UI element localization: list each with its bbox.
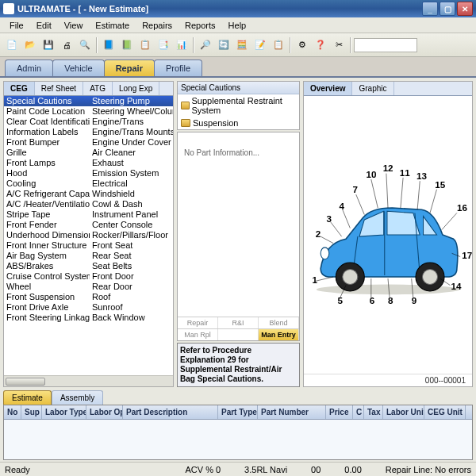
list-row[interactable]: HoodEmission System (4, 168, 173, 178)
clipboard-icon[interactable]: 📋 (270, 36, 287, 54)
col-labor-type[interactable]: Labor Type (42, 405, 86, 419)
folder-item[interactable]: Supplemental Restraint System (178, 94, 299, 117)
list-row[interactable]: Front Steering Linkage/GearBack Window (4, 313, 173, 323)
list-row[interactable]: Front Inner StructureFront Seat (4, 240, 173, 251)
component-list[interactable]: Special Cautions Steering Pump Paint Cod… (4, 96, 173, 375)
menu-estimate[interactable]: Estimate (89, 19, 136, 32)
tab-admin[interactable]: Admin (5, 60, 53, 76)
col-price[interactable]: Price (326, 405, 353, 419)
left-subtab-ceg[interactable]: CEG (4, 82, 35, 95)
list-row[interactable]: Cruise Control SystemFront Door (4, 271, 173, 282)
col-tax[interactable]: Tax (364, 405, 383, 419)
doc4-icon[interactable]: 📑 (155, 36, 172, 54)
list-row[interactable]: Clear Coat IdentificationEngine/Trans (4, 117, 173, 127)
workspace: CEGRef SheetATGLong Exp Special Cautions… (0, 76, 476, 462)
svg-text:5: 5 (337, 295, 343, 305)
action-row-1: RepairR&IBlend (178, 317, 299, 328)
list-row[interactable]: CoolingElectrical (4, 178, 173, 189)
bottom-tab-estimate[interactable]: Estimate (3, 390, 52, 405)
doc2-icon[interactable]: 📗 (118, 36, 136, 54)
list-header-2: Steering Pump (90, 96, 173, 106)
list-row[interactable]: Underhood DimensionsRocker/Pillars/Floor (4, 230, 173, 240)
list-row[interactable]: Air Bag SystemRear Seat (4, 251, 173, 261)
list-row[interactable]: Front BumperEngine Under Cover (4, 137, 173, 148)
svg-text:17: 17 (462, 250, 472, 260)
action-blend[interactable]: Blend (259, 317, 299, 328)
col-labor-op[interactable]: Labor Op (86, 405, 123, 419)
vehicle-diagram[interactable]: 1 2 3 4 5 6 7 8 9 10 11 12 13 14 (304, 96, 472, 374)
right-subtab-overview[interactable]: Overview (304, 82, 352, 95)
list-row[interactable]: Front FenderCenter Console (4, 220, 173, 230)
right-subtab-graphic[interactable]: Graphic (352, 82, 393, 95)
svg-text:14: 14 (451, 281, 462, 291)
search-icon[interactable]: 🔎 (197, 36, 214, 54)
list-row[interactable]: A/C Refrigerant CapacitiesWindshield (4, 189, 173, 199)
left-subtab-atg[interactable]: ATG (83, 82, 113, 95)
horizontal-scrollbar[interactable] (4, 375, 173, 386)
print-preview-icon[interactable]: 🔍 (76, 36, 94, 54)
list-row[interactable]: Paint Code LocationSteering Wheel/Column (4, 106, 173, 117)
list-row[interactable]: Stripe TapeInstrument Panel (4, 209, 173, 220)
doc1-icon[interactable]: 📘 (100, 36, 117, 54)
list-row[interactable]: Information LabelsEngine/Trans Mounts (4, 127, 173, 137)
menu-file[interactable]: File (3, 19, 30, 32)
menu-help[interactable]: Help (222, 19, 253, 32)
list-row[interactable]: Front LampsExhaust (4, 158, 173, 168)
menu-repairs[interactable]: Repairs (136, 19, 178, 32)
save-icon[interactable]: 💾 (40, 36, 57, 54)
list-row[interactable]: WheelRear Door (4, 282, 173, 292)
col-part-type[interactable]: Part Type (218, 405, 258, 419)
left-subtab-ref-sheet[interactable]: Ref Sheet (35, 82, 83, 95)
menu-view[interactable]: View (58, 19, 90, 32)
refresh-icon[interactable]: 🔄 (215, 36, 232, 54)
doc3-icon[interactable]: 📋 (136, 36, 154, 54)
folder-item[interactable]: Suspension (178, 117, 299, 129)
tab-profile[interactable]: Profile (154, 60, 202, 76)
svg-point-8 (321, 248, 329, 259)
toolbar-search-input[interactable] (354, 38, 417, 52)
calc-icon[interactable]: 🧮 (233, 36, 251, 54)
action-manrpl[interactable]: Man Rpl (178, 329, 218, 340)
scissors-icon[interactable]: ✂ (330, 36, 347, 54)
bottom-pane: EstimateAssembly NoSupLabor TypeLabor Op… (0, 390, 476, 462)
list-row[interactable]: ABS/BrakesSeat Belts (4, 261, 173, 271)
note-icon[interactable]: 📝 (251, 36, 269, 54)
svg-point-5 (343, 269, 358, 284)
menu-reports[interactable]: Reports (178, 19, 222, 32)
list-row[interactable]: GrilleAir Cleaner (4, 148, 173, 158)
action-manentry[interactable]: Man Entry (259, 329, 299, 340)
maximize-button[interactable]: ▢ (440, 2, 455, 16)
col-part-description[interactable]: Part Description (123, 405, 218, 419)
gear-icon[interactable]: ⚙ (294, 36, 311, 54)
estimate-grid[interactable]: NoSupLabor TypeLabor OpPart DescriptionP… (3, 405, 473, 460)
close-button[interactable]: ✕ (457, 2, 473, 16)
list-row[interactable]: A/C /Heater/VentilationCowl & Dash (4, 199, 173, 209)
folder-icon (181, 102, 190, 109)
toolbar-separator (193, 37, 194, 53)
col-no[interactable]: No (4, 405, 21, 419)
grid-body[interactable] (4, 420, 472, 459)
col-labor-unit[interactable]: Labor Unit (383, 405, 424, 419)
menu-edit[interactable]: Edit (30, 19, 58, 32)
col-ceg-unit[interactable]: CEG Unit (424, 405, 466, 419)
left-subtab-long-exp[interactable]: Long Exp (113, 82, 159, 95)
help-icon[interactable]: ❓ (312, 36, 329, 54)
svg-text:16: 16 (457, 202, 467, 213)
bottom-tab-assembly[interactable]: Assembly (52, 390, 103, 405)
action-ri[interactable]: R&I (218, 317, 259, 328)
tab-vehicle[interactable]: Vehicle (52, 60, 104, 76)
title-bar: ULTRAMATE - [ - New Estimate] _ ▢ ✕ (0, 0, 476, 17)
list-row[interactable]: Front Drive AxleSunroof (4, 302, 173, 313)
action-repair[interactable]: Repair (178, 317, 218, 328)
open-icon[interactable]: 📂 (21, 36, 39, 54)
new-icon[interactable]: 📄 (3, 36, 21, 54)
col-part-number[interactable]: Part Number (258, 405, 326, 419)
print-icon[interactable]: 🖨 (58, 36, 75, 54)
list-header-row: Special Cautions Steering Pump (4, 96, 173, 106)
list-row[interactable]: Front SuspensionRoof (4, 292, 173, 302)
tab-repair[interactable]: Repair (104, 60, 155, 76)
doc5-icon[interactable]: 📊 (173, 36, 190, 54)
col-sup[interactable]: Sup (21, 405, 42, 419)
minimize-button[interactable]: _ (422, 2, 438, 16)
col-c[interactable]: C (353, 405, 364, 419)
